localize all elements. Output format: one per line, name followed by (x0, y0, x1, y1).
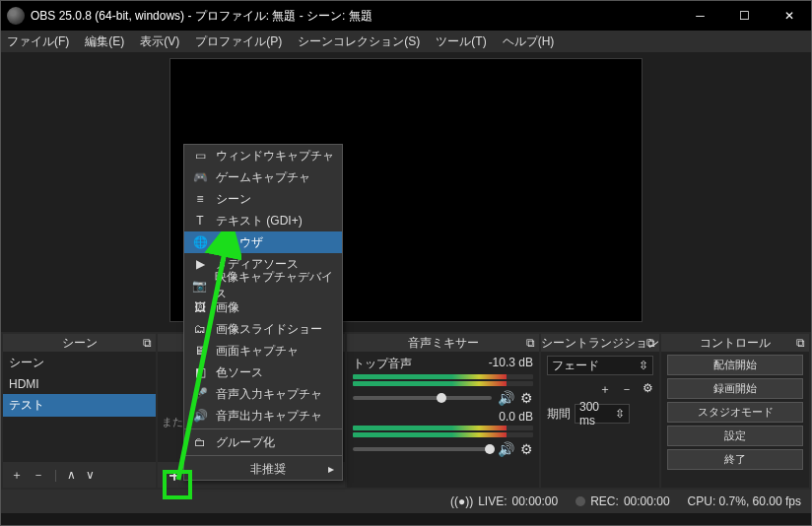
window-title: OBS 25.0.8 (64-bit, windows) - プロファイル: 無… (31, 8, 678, 25)
scene-item[interactable]: シーン (3, 352, 156, 374)
source-add-button[interactable]: ＋ (166, 463, 183, 487)
menu-item[interactable]: 🔊音声出力キャプチャ (184, 405, 342, 427)
menu-item[interactable]: 🌐ブラウザ (184, 231, 342, 253)
menu-item[interactable]: 非推奨▸ (184, 458, 342, 480)
popout-icon[interactable]: ⧉ (526, 336, 535, 350)
dock-mixer-header: 音声ミキサー ⧉ (347, 334, 539, 352)
menu-profile[interactable]: プロファイル(P) (195, 33, 282, 50)
menu-item[interactable]: 🎮ゲームキャプチャ (184, 166, 342, 188)
popout-icon[interactable]: ⧉ (796, 336, 805, 350)
statusbar: ((●)) LIVE: 00:00:00 REC: 00:00:00 CPU: … (1, 490, 811, 513)
scenes-list[interactable]: シーンHDMIテスト (3, 352, 156, 462)
menu-item[interactable]: 🎤音声入力キャプチャ (184, 383, 342, 405)
menu-item-label: 音声入力キャプチャ (216, 386, 322, 403)
menu-item-icon: ▭ (192, 149, 208, 163)
control-button[interactable]: 終了 (667, 449, 803, 470)
menu-item-label: 画像スライドショー (216, 321, 322, 338)
menu-item-icon: ≡ (192, 192, 208, 206)
popout-icon[interactable]: ⧉ (143, 336, 152, 350)
menu-item[interactable]: ▭ウィンドウキャプチャ (184, 145, 342, 166)
menu-item-icon: 🎤 (192, 387, 208, 401)
volume-slider[interactable] (353, 396, 492, 400)
transition-select[interactable]: フェード ⇳ (547, 356, 653, 375)
menu-separator (184, 455, 342, 456)
menu-item-label: 画像 (216, 299, 239, 316)
titlebar: OBS 25.0.8 (64-bit, windows) - プロファイル: 無… (1, 1, 811, 31)
menu-item[interactable]: 🗀グループ化 (184, 431, 342, 453)
scene-item[interactable]: テスト (3, 394, 156, 417)
volume-slider[interactable] (353, 447, 492, 451)
gear-icon[interactable]: ⚙ (520, 390, 533, 406)
speaker-icon[interactable]: 🔊 (498, 441, 514, 457)
channel-name: トップ音声 (353, 356, 412, 372)
scene-item[interactable]: HDMI (3, 374, 156, 394)
popout-icon[interactable]: ⧉ (646, 336, 655, 350)
mixer-channel: 0.0 dB 🔊 ⚙ (347, 406, 539, 457)
audio-meter (353, 432, 533, 437)
control-button[interactable]: 録画開始 (667, 378, 803, 399)
close-button[interactable]: ✕ (767, 1, 811, 31)
menu-item-label: 映像キャプチャデバイス (215, 269, 334, 302)
control-button[interactable]: スタジオモード (667, 402, 803, 423)
menu-edit[interactable]: 編集(E) (85, 33, 124, 50)
menu-item[interactable]: ≡シーン (184, 188, 342, 210)
chevron-updown-icon: ⇳ (639, 359, 648, 372)
menu-tools[interactable]: ツール(T) (436, 33, 486, 50)
transitions-body: フェード ⇳ ＋ － ⚙ 期間 300 ms ⇳ (541, 352, 659, 488)
status-cpu-text: CPU: 0.7%, 60.00 fps (688, 494, 801, 508)
dock-scenes: シーン ⧉ シーンHDMIテスト ＋ － | ∧ ∨ (3, 334, 156, 488)
menu-item[interactable]: 📷映像キャプチャデバイス (184, 275, 342, 296)
dock-mixer-title: 音声ミキサー (408, 335, 479, 352)
control-button[interactable]: 設定 (667, 426, 803, 446)
status-cpu: CPU: 0.7%, 60.00 fps (688, 494, 801, 508)
transition-duration-label: 期間 (547, 406, 571, 423)
channel-db: -10.3 dB (489, 356, 533, 372)
scene-remove-button[interactable]: － (33, 467, 44, 484)
transition-value: フェード (552, 358, 599, 374)
menu-file[interactable]: ファイル(F) (7, 33, 69, 50)
docks: シーン ⧉ シーンHDMIテスト ＋ － | ∧ ∨ ソース ⧉ または ＋ －… (1, 332, 811, 490)
control-button[interactable]: 配信開始 (667, 355, 803, 375)
menu-scene-collection[interactable]: シーンコレクション(S) (298, 33, 420, 50)
menu-item-icon: 🗂 (192, 322, 208, 336)
minimize-button[interactable]: ─ (678, 1, 722, 31)
scene-add-button[interactable]: ＋ (11, 467, 23, 484)
dock-controls-title: コントロール (700, 335, 771, 352)
scene-down-button[interactable]: ∨ (86, 468, 95, 482)
chevron-right-icon: ▸ (328, 462, 334, 476)
menu-item[interactable]: 🖥画面キャプチャ (184, 340, 342, 362)
status-live: ((●)) LIVE: 00:00:00 (450, 494, 558, 508)
menu-item-icon: 🎮 (192, 170, 208, 184)
transition-remove-button[interactable]: － (621, 381, 633, 398)
transition-add-button[interactable]: ＋ (599, 381, 611, 398)
menu-view[interactable]: 表示(V) (140, 33, 179, 50)
menu-item-label: テキスト (GDI+) (216, 213, 303, 230)
maximize-button[interactable]: ☐ (722, 1, 767, 31)
menu-item[interactable]: Tテキスト (GDI+) (184, 210, 342, 231)
add-source-menu[interactable]: ▭ウィンドウキャプチャ🎮ゲームキャプチャ≡シーンTテキスト (GDI+)🌐ブラウ… (183, 144, 343, 481)
channel-db: 0.0 dB (499, 410, 533, 424)
menu-item-icon: T (192, 214, 208, 228)
menu-item-label: 音声出力キャプチャ (216, 408, 322, 425)
menu-item[interactable]: ◧色ソース (184, 362, 342, 383)
menu-help[interactable]: ヘルプ(H) (503, 33, 555, 50)
menu-item[interactable]: 🗂画像スライドショー (184, 318, 342, 340)
transition-gear-button[interactable]: ⚙ (643, 381, 653, 398)
menu-item-label: ブラウザ (216, 234, 263, 251)
audio-meter (353, 426, 533, 430)
scenes-toolbar: ＋ － | ∧ ∨ (3, 462, 156, 488)
chevron-updown-icon: ⇳ (615, 407, 625, 421)
gear-icon[interactable]: ⚙ (520, 441, 533, 457)
menu-item-label: 色ソース (216, 364, 263, 381)
mixer-body: トップ音声-10.3 dB 🔊 ⚙ 0.0 dB 🔊 ⚙ (347, 352, 539, 488)
dock-controls: コントロール ⧉ 配信開始録画開始スタジオモード設定終了 (661, 334, 809, 488)
dock-scenes-title: シーン (62, 335, 98, 352)
live-icon: ((●)) (450, 494, 473, 508)
menu-item-label: 非推奨 (250, 461, 286, 478)
scene-up-button[interactable]: ∧ (67, 468, 76, 482)
dock-mixer: 音声ミキサー ⧉ トップ音声-10.3 dB 🔊 ⚙ 0.0 dB 🔊 ⚙ (347, 334, 539, 488)
menu-separator (184, 428, 342, 429)
menubar: ファイル(F) 編集(E) 表示(V) プロファイル(P) シーンコレクション(… (1, 31, 811, 52)
transition-duration-input[interactable]: 300 ms ⇳ (575, 404, 630, 424)
speaker-icon[interactable]: 🔊 (498, 390, 514, 406)
